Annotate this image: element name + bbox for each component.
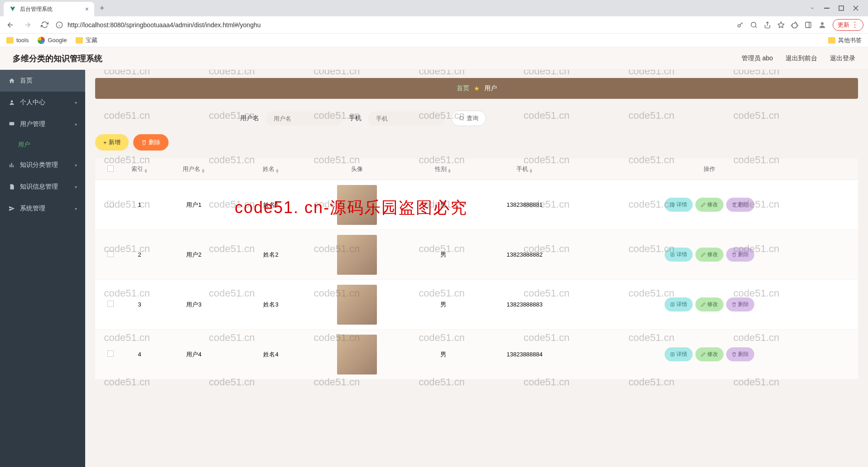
- monitor-icon: [8, 121, 15, 128]
- detail-button[interactable]: 详情: [665, 198, 693, 212]
- chevron-down-icon[interactable]: [809, 5, 815, 11]
- bookmark-tools[interactable]: tools: [6, 37, 29, 44]
- folder-icon: [76, 37, 83, 44]
- url-wrap: http://localhost:8080/springbootuaaa4/ad…: [56, 21, 731, 29]
- sidebar: 首页 个人中心 ▾ 用户管理 ▾ 用户 知识分类管理 ▾ 知识信息管理 ▾ 系统…: [0, 70, 85, 467]
- svg-rect-8: [10, 122, 14, 125]
- main-content: code51.cncode51.cncode51.cncode51.cncode…: [85, 70, 868, 467]
- edit-button[interactable]: 修改: [695, 198, 723, 212]
- svg-point-3: [738, 24, 740, 27]
- svg-point-7: [11, 100, 13, 102]
- maximize-icon[interactable]: [838, 5, 844, 11]
- row-delete-button[interactable]: 删除: [726, 297, 754, 311]
- row-checkbox[interactable]: [107, 201, 114, 207]
- detail-button[interactable]: 详情: [665, 297, 693, 311]
- username-input[interactable]: [265, 112, 342, 126]
- edit-button[interactable]: 修改: [695, 297, 723, 311]
- cell-gender: 男: [402, 201, 484, 209]
- row-checkbox[interactable]: [107, 301, 114, 307]
- zoom-icon[interactable]: [750, 21, 757, 29]
- sidebar-item-category[interactable]: 知识分类管理 ▾: [0, 154, 85, 176]
- svg-rect-5: [805, 22, 811, 28]
- col-index[interactable]: 索引▲▼: [121, 165, 158, 173]
- new-tab-button[interactable]: +: [100, 4, 105, 13]
- sort-icon: ▲▼: [529, 169, 533, 173]
- minimize-icon[interactable]: [824, 5, 830, 11]
- edit-button[interactable]: 修改: [695, 248, 723, 262]
- row-delete-button[interactable]: 删除: [726, 347, 754, 361]
- app-header: 多维分类的知识管理系统 管理员 abo 退出到前台 退出登录: [0, 47, 868, 70]
- breadcrumb-home[interactable]: 首页: [457, 84, 469, 92]
- sidebar-item-user-mgmt[interactable]: 用户管理 ▾: [0, 113, 85, 135]
- back-button[interactable]: [5, 19, 16, 31]
- add-button[interactable]: +新增: [95, 134, 129, 151]
- bookmark-other[interactable]: 其他书签: [828, 36, 862, 44]
- update-button[interactable]: 更新⋮: [833, 19, 863, 31]
- profile-icon[interactable]: [818, 21, 826, 29]
- sidebar-item-home[interactable]: 首页: [0, 70, 85, 92]
- admin-label[interactable]: 管理员 abo: [742, 54, 773, 63]
- cell-username: 用户1: [158, 201, 230, 209]
- exit-front-button[interactable]: 退出到前台: [786, 54, 817, 63]
- row-checkbox[interactable]: [107, 350, 114, 357]
- search-row: 用户名 手机 查询: [95, 107, 858, 134]
- extension-icon[interactable]: [791, 21, 798, 29]
- bookmark-treasure[interactable]: 宝藏: [76, 36, 97, 44]
- plus-icon: +: [103, 139, 107, 146]
- layout: 首页 个人中心 ▾ 用户管理 ▾ 用户 知识分类管理 ▾ 知识信息管理 ▾ 系统…: [0, 70, 868, 467]
- url-text[interactable]: http://localhost:8080/springbootuaaa4/ad…: [68, 21, 261, 29]
- breadcrumb-current: 用户: [484, 84, 497, 92]
- sidebar-item-personal[interactable]: 个人中心 ▾: [0, 92, 85, 113]
- tab-title: 后台管理系统: [20, 5, 82, 13]
- row-delete-button[interactable]: 删除: [726, 198, 754, 212]
- table-row: 1 用户1 姓名1 男 13823888881 详情 修改 删除: [95, 180, 858, 230]
- forward-button[interactable]: [22, 19, 34, 31]
- row-checkbox[interactable]: [107, 251, 114, 257]
- send-icon: [8, 205, 15, 212]
- star-icon[interactable]: [777, 21, 785, 29]
- chevron-down-icon: ▾: [75, 122, 77, 127]
- svg-point-4: [751, 22, 756, 27]
- sort-icon: ▲▼: [201, 169, 205, 173]
- share-icon[interactable]: [764, 21, 771, 29]
- avatar: [337, 285, 377, 325]
- close-window-icon[interactable]: [853, 5, 859, 11]
- svg-rect-0: [824, 8, 829, 9]
- avatar: [337, 335, 377, 375]
- table-row: 3 用户3 姓名3 男 13823888883 详情 修改 删除: [95, 280, 858, 330]
- sidebar-item-system[interactable]: 系统管理 ▾: [0, 198, 85, 219]
- edit-button[interactable]: 修改: [695, 347, 723, 361]
- sidebar-item-info[interactable]: 知识信息管理 ▾: [0, 176, 85, 198]
- close-icon[interactable]: ×: [85, 5, 89, 13]
- vue-favicon-icon: [9, 5, 16, 13]
- row-delete-button[interactable]: 删除: [726, 248, 754, 262]
- folder-icon: [6, 37, 14, 44]
- col-phone[interactable]: 手机▲▼: [484, 165, 565, 173]
- delete-button[interactable]: 删除: [133, 134, 169, 151]
- sort-icon: ▲▼: [275, 169, 280, 173]
- side-panel-icon[interactable]: [805, 21, 812, 29]
- cell-name: 姓名2: [230, 251, 312, 259]
- select-all-checkbox[interactable]: [107, 165, 114, 172]
- site-info-icon[interactable]: [56, 21, 63, 29]
- detail-button[interactable]: 详情: [665, 248, 693, 262]
- col-name[interactable]: 姓名▲▼: [230, 165, 312, 173]
- sidebar-item-user[interactable]: 用户: [0, 135, 85, 154]
- col-gender[interactable]: 性别▲▼: [402, 165, 484, 173]
- reload-button[interactable]: [39, 19, 50, 30]
- col-username[interactable]: 用户名▲▼: [158, 165, 230, 173]
- logout-button[interactable]: 退出登录: [830, 54, 855, 63]
- browser-tab[interactable]: 后台管理系统 ×: [4, 2, 94, 16]
- username-label: 用户名: [240, 114, 259, 122]
- star-icon: ★: [474, 85, 480, 92]
- detail-button[interactable]: 详情: [665, 347, 693, 361]
- query-button[interactable]: 查询: [451, 111, 486, 126]
- phone-input[interactable]: [368, 112, 445, 126]
- cell-username: 用户3: [158, 301, 230, 309]
- table-row: 4 用户4 姓名4 男 13823888884 详情 修改 删除: [95, 330, 858, 379]
- key-icon[interactable]: [737, 21, 744, 29]
- watermark-text: code51.cn: [209, 70, 255, 77]
- chevron-down-icon: ▾: [75, 100, 77, 105]
- bookmark-google[interactable]: Google: [38, 37, 67, 44]
- sort-icon: ▲▼: [448, 169, 452, 173]
